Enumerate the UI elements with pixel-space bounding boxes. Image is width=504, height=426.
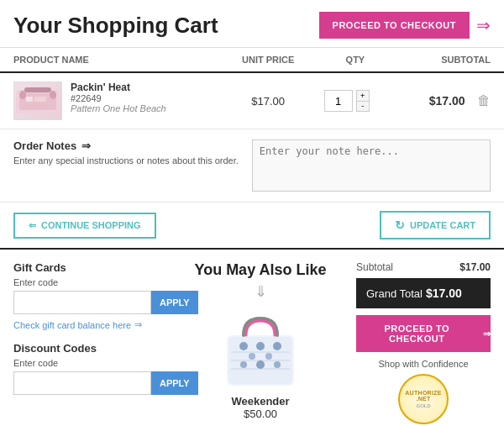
delete-item-icon[interactable]: 🗑: [477, 93, 491, 108]
authorize-badge: Authorize .Net GOLD E-Commerce Solutions: [356, 374, 491, 426]
svg-point-13: [239, 342, 248, 350]
svg-point-16: [249, 353, 255, 360]
gift-balance-link[interactable]: Check gift card balance here ⇒: [13, 319, 165, 330]
product-sku: #22649: [71, 93, 166, 103]
qty-increase-button[interactable]: +: [356, 90, 370, 101]
authorize-circle: Authorize .Net GOLD: [398, 374, 449, 424]
svg-point-2: [19, 91, 26, 99]
recommended-product-name: Weekender: [173, 395, 348, 408]
col-header-product: PRODUCT NAME: [0, 48, 223, 72]
subtotal-label: Subtotal: [356, 261, 393, 273]
gift-card-input-row: APPLY: [13, 291, 165, 314]
discount-section: Discount Codes Enter code APPLY: [13, 342, 165, 395]
product-pattern: Pattern One Hot Beach: [71, 103, 166, 113]
page-title: Your Shopping Cart: [13, 13, 218, 39]
left-panel: Gift Cards Enter code APPLY Check gift c…: [13, 261, 165, 426]
svg-point-18: [240, 361, 247, 368]
grand-total-value: $17.00: [426, 287, 462, 300]
svg-point-3: [50, 91, 56, 99]
checkout-header-button[interactable]: PROCEED TO CHECKOUT: [319, 12, 470, 39]
header-right: PROCEED TO CHECKOUT ⇒: [319, 12, 491, 39]
product-name: Packin' Heat: [71, 82, 166, 93]
checkout-arrow-icon: ⇒: [476, 15, 491, 35]
update-cart-button[interactable]: ↻ UPDATE CART: [380, 211, 491, 239]
unit-price: $17.00: [251, 95, 285, 108]
order-notes-textarea[interactable]: [252, 139, 491, 192]
authorize-text-1: Authorize: [405, 390, 442, 396]
qty-cell: + -: [314, 72, 396, 129]
you-may-also-like-panel: You May Also Like ⇓: [165, 261, 356, 426]
col-header-qty: QTY: [314, 48, 396, 72]
unit-price-cell: $17.00: [223, 72, 314, 129]
svg-rect-6: [34, 97, 46, 102]
refresh-icon: ↻: [395, 218, 405, 232]
product-image: [13, 82, 62, 120]
cart-actions: ⇐ CONTINUE SHOPPING ↻ UPDATE CART: [0, 202, 504, 250]
order-notes-title: Order Notes ⇒: [13, 139, 239, 152]
svg-point-20: [274, 361, 281, 368]
svg-point-14: [256, 342, 265, 350]
shop-confidence-text: Shop with Confidence: [356, 359, 491, 369]
recommended-product-image[interactable]: [214, 306, 307, 390]
col-header-price: UNIT PRICE: [223, 48, 314, 72]
page-header: Your Shopping Cart PROCEED TO CHECKOUT ⇒: [0, 0, 504, 48]
product-info: Packin' Heat #22649 Pattern One Hot Beac…: [71, 82, 166, 113]
row-subtotal: $17.00: [429, 94, 465, 108]
right-panel: Subtotal $17.00 Grand Total $17.00 PROCE…: [356, 261, 491, 426]
subtotal-line: Subtotal $17.00: [356, 261, 491, 273]
discount-input-row: APPLY: [13, 371, 165, 395]
col-header-subtotal: SUBTOTAL: [396, 48, 504, 72]
discount-title: Discount Codes: [13, 342, 165, 355]
qty-buttons: + -: [356, 90, 370, 112]
discount-input[interactable]: [13, 371, 151, 395]
order-notes-arrow-icon: ⇒: [81, 139, 91, 152]
svg-point-15: [273, 342, 281, 350]
may-also-like-title: You May Also Like: [173, 261, 348, 279]
product-cell: Packin' Heat #22649 Pattern One Hot Beac…: [0, 72, 223, 129]
order-notes-description: Enter any special instructions or notes …: [13, 155, 239, 167]
qty-input[interactable]: [324, 90, 353, 112]
subtotal-value: $17.00: [459, 261, 491, 273]
gift-cards-title: Gift Cards: [13, 261, 165, 274]
cart-table: PRODUCT NAME UNIT PRICE QTY SUBTOTAL: [0, 48, 504, 129]
svg-point-19: [256, 360, 265, 369]
gift-card-label: Enter code: [13, 277, 165, 287]
bottom-section: Gift Cards Enter code APPLY Check gift c…: [0, 250, 504, 426]
order-notes-section: Order Notes ⇒ Enter any special instruct…: [0, 129, 504, 202]
recommended-product-price: $50.00: [173, 408, 348, 420]
continue-shopping-button[interactable]: ⇐ CONTINUE SHOPPING: [13, 213, 156, 239]
gift-card-input[interactable]: [13, 291, 151, 314]
grand-total-box: Grand Total $17.00: [356, 278, 491, 308]
svg-rect-5: [26, 97, 33, 102]
authorize-text-2: .Net: [416, 396, 430, 402]
grand-total-label: Grand Total: [366, 287, 423, 300]
gift-balance-arrow-icon: ⇒: [134, 319, 142, 330]
table-row: Packin' Heat #22649 Pattern One Hot Beac…: [0, 72, 504, 129]
authorize-sub: GOLD: [416, 403, 430, 408]
back-arrow-icon: ⇐: [29, 220, 36, 231]
checkout-bottom-arrow-icon: ⇒: [483, 329, 491, 339]
subtotal-cell: $17.00 🗑: [396, 72, 504, 129]
down-arrow-icon: ⇓: [173, 282, 348, 301]
svg-rect-4: [24, 87, 51, 92]
checkout-bottom-button[interactable]: PROCEED TO CHECKOUT ⇒: [356, 315, 491, 352]
svg-point-17: [265, 353, 272, 360]
qty-decrease-button[interactable]: -: [356, 101, 370, 112]
discount-label: Enter code: [13, 358, 165, 368]
order-notes-label: Order Notes ⇒ Enter any special instruct…: [13, 139, 239, 167]
